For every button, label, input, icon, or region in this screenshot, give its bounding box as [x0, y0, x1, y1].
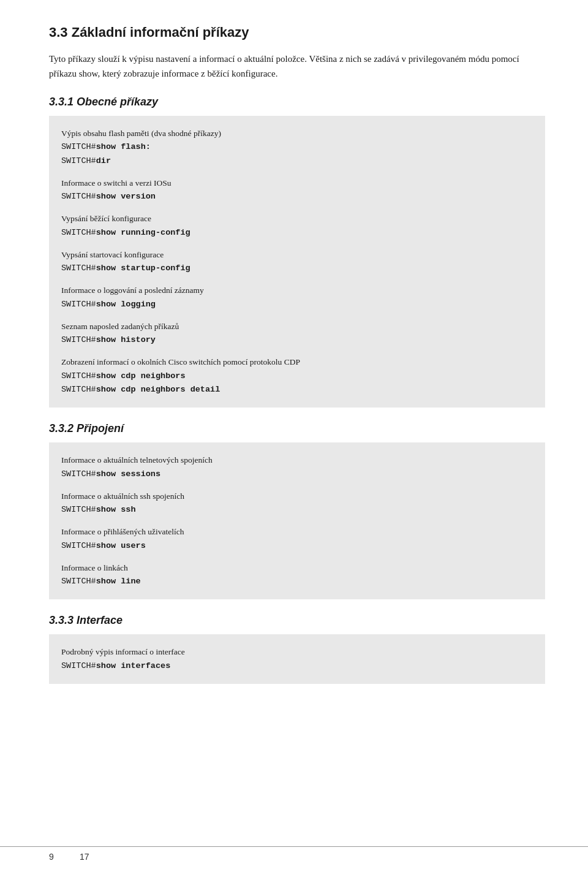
command: show interfaces [96, 661, 171, 670]
code-line: SWITCH#dir [61, 154, 533, 168]
command: show flash: [96, 142, 151, 151]
code-line: SWITCH#show flash: [61, 140, 533, 154]
code-item: Informace o aktuálních ssh spojeních SWI… [61, 490, 533, 517]
code-comment: Informace o switchi a verzi IOSu [61, 176, 533, 190]
code-item: Vypsání startovací konfigurace SWITCH#sh… [61, 248, 533, 276]
code-line: SWITCH#show users [61, 539, 533, 553]
code-line: SWITCH#show running-config [61, 226, 533, 240]
code-line: SWITCH#show cdp neighbors [61, 370, 533, 383]
command: show logging [96, 300, 156, 309]
code-line: SWITCH#show ssh [61, 503, 533, 517]
code-line: SWITCH#show startup-config [61, 262, 533, 275]
code-line: SWITCH#show sessions [61, 468, 533, 481]
command: show cdp neighbors detail [96, 385, 221, 394]
code-comment: Vypsání běžící konfigurace [61, 212, 533, 226]
footer-page-number: 9 [49, 852, 67, 862]
code-comment: Informace o přihlášených uživatelích [61, 525, 533, 539]
code-line: SWITCH#show cdp neighbors detail [61, 383, 533, 396]
code-comment: Zobrazení informací o okolních Cisco swi… [61, 355, 533, 369]
subsection-title-3-3-1: 3.3.1 Obecné příkazy [49, 96, 545, 108]
command: show users [96, 541, 146, 550]
command: dir [96, 156, 111, 165]
code-comment: Informace o aktuálních telnetových spoje… [61, 453, 533, 467]
code-line: SWITCH#show logging [61, 298, 533, 311]
page-footer: 9 17 [0, 846, 588, 862]
code-comment: Informace o linkách [61, 561, 533, 575]
footer-total-pages: 17 [80, 852, 89, 862]
code-comment: Seznam naposled zadaných příkazů [61, 320, 533, 333]
page-content: 3.3 Základní informační příkazy Tyto pří… [49, 25, 545, 684]
command: show startup-config [96, 264, 190, 273]
code-item: Informace o loggování a poslední záznamy… [61, 284, 533, 311]
code-line: SWITCH#show interfaces [61, 659, 533, 673]
code-item: Seznam naposled zadaných příkazů SWITCH#… [61, 320, 533, 347]
code-line: SWITCH#show version [61, 190, 533, 203]
command: show ssh [96, 505, 136, 514]
code-item: Podrobný výpis informací o interface SWI… [61, 645, 533, 673]
subsection-title-3-3-2: 3.3.2 Připojení [49, 422, 545, 435]
command: show history [96, 335, 156, 344]
code-comment: Vypsání startovací konfigurace [61, 248, 533, 262]
section-title: 3.3 Základní informační příkazy [49, 25, 545, 40]
code-block-3-3-1: Výpis obsahu flash paměti (dva shodné př… [49, 116, 545, 408]
code-line: SWITCH#show line [61, 575, 533, 588]
command: show running-config [96, 228, 190, 237]
code-item: Zobrazení informací o okolních Cisco swi… [61, 355, 533, 396]
code-line: SWITCH#show history [61, 333, 533, 347]
code-item: Informace o přihlášených uživatelích SWI… [61, 525, 533, 553]
command: show version [96, 192, 156, 201]
command: show line [96, 577, 141, 586]
code-item: Informace o switchi a verzi IOSu SWITCH#… [61, 176, 533, 204]
code-comment: Výpis obsahu flash paměti (dva shodné př… [61, 127, 533, 140]
code-block-3-3-2: Informace o aktuálních telnetových spoje… [49, 442, 545, 599]
code-comment: Podrobný výpis informací o interface [61, 645, 533, 659]
command: show sessions [96, 469, 160, 479]
code-block-3-3-3: Podrobný výpis informací o interface SWI… [49, 634, 545, 684]
intro-paragraph: Tyto příkazy slouží k výpisu nastavení a… [49, 51, 545, 81]
subsection-title-3-3-3: 3.3.3 Interface [49, 614, 545, 627]
code-item: Výpis obsahu flash paměti (dva shodné př… [61, 127, 533, 168]
code-item: Vypsání běžící konfigurace SWITCH#show r… [61, 212, 533, 240]
code-item: Informace o linkách SWITCH#show line [61, 561, 533, 589]
code-comment: Informace o aktuálních ssh spojeních [61, 490, 533, 503]
code-item: Informace o aktuálních telnetových spoje… [61, 453, 533, 481]
command: show cdp neighbors [96, 371, 186, 381]
code-comment: Informace o loggování a poslední záznamy [61, 284, 533, 297]
